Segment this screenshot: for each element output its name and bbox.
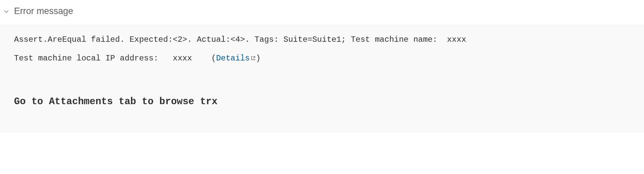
details-label: Details (216, 54, 250, 63)
paren-open: ( (211, 54, 216, 63)
paren-close: ) (256, 54, 261, 63)
error-line-2: Test machine local IP address: xxxx (Det… (14, 52, 631, 64)
error-line-1: Assert.AreEqual failed. Expected:<2>. Ac… (14, 34, 631, 46)
error-line-2-text: Test machine local IP address: xxxx (14, 54, 211, 63)
error-message-body: Assert.AreEqual failed. Expected:<2>. Ac… (0, 24, 644, 133)
external-link-icon (251, 53, 256, 65)
details-link[interactable]: Details (216, 54, 256, 63)
section-title: Error message (14, 6, 73, 16)
error-message-section-header[interactable]: Error message (0, 0, 644, 24)
chevron-down-icon (3, 8, 9, 14)
attachments-hint: Go to Attachments tab to browse trx (14, 95, 631, 109)
